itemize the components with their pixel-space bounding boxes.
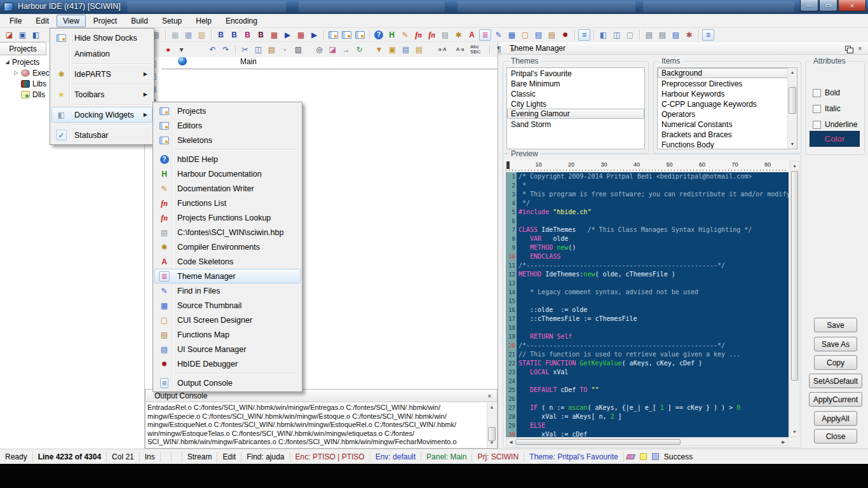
view-menu-item-docking-widgets[interactable]: ◧Docking Widgets▶ [51, 107, 153, 123]
build-all-icon[interactable]: ▦ [295, 29, 307, 41]
functions-list-icon[interactable]: fn [412, 29, 424, 41]
theme-manager-titlebar[interactable]: Theme Manager × [498, 42, 868, 55]
block-icon[interactable]: ▨ [292, 44, 304, 55]
close-button[interactable]: × [838, 0, 866, 11]
submenu-item-ui-source-manager[interactable]: ▤UI Source Manager [154, 342, 301, 356]
functions-lookup-icon[interactable]: fn [426, 29, 438, 41]
tree-expander-icon[interactable]: ▷ [11, 70, 21, 76]
close-button[interactable]: Close [814, 429, 857, 444]
theme-item[interactable]: City Lights [507, 98, 644, 109]
eraser-icon[interactable] [625, 454, 635, 459]
submenu-item-hbide-help[interactable]: ?hbIDE Help [154, 152, 301, 166]
build-launch-icon[interactable]: B [228, 29, 240, 41]
record-caret-icon[interactable]: ▾ [175, 44, 187, 55]
menu-view[interactable]: View [57, 15, 86, 27]
ui-source-icon[interactable]: ▤ [532, 29, 545, 41]
menu-setup[interactable]: Setup [156, 15, 188, 27]
doc-writer-icon[interactable]: ✎ [399, 29, 411, 41]
projects-dock-tab[interactable]: Projects [0, 42, 46, 55]
redo-icon[interactable]: ↷ [220, 44, 232, 55]
scroll-up-arrow[interactable]: ▲ [788, 68, 797, 77]
grid-icon-2[interactable]: ▦ [182, 29, 194, 41]
doc-icon-3[interactable]: ▤ [670, 29, 682, 41]
overflow-icon[interactable]: » [506, 44, 519, 55]
grid-icon-1[interactable]: ▦ [169, 29, 181, 41]
dock-editors-icon[interactable] [341, 29, 353, 41]
save-icon[interactable]: ▣ [17, 29, 29, 41]
scroll-up-arrow[interactable]: ▲ [790, 161, 799, 170]
output-console-icon[interactable]: ≡ [578, 29, 590, 41]
setasdefault-button[interactable]: SetAsDefault [809, 374, 862, 388]
theme-item[interactable]: Pritpal's Favourite [507, 68, 644, 78]
view-menu-item-animation[interactable]: Animation [51, 46, 153, 62]
submenu-item-functions-list[interactable]: fnFunctions List [154, 196, 301, 210]
menu-encoding[interactable]: Encoding [219, 15, 264, 27]
settings-icon[interactable]: ✱ [683, 29, 695, 41]
scroll-down-arrow[interactable]: ▼ [487, 438, 496, 447]
applyall-button[interactable]: ApplyAll [814, 411, 857, 426]
scroll-left-arrow[interactable]: ◀ [506, 438, 515, 445]
panel-icon[interactable]: ≡ [702, 29, 714, 41]
submenu-item-projects-functions-lookup[interactable]: fnProjects Functions Lookup [154, 210, 301, 225]
font-smaller-icon[interactable]: a·A [434, 44, 451, 55]
submenu-item-project-path[interactable]: ▤C:\fontes\SCI_WIN\sciwin.hbp [154, 225, 301, 240]
maximize-button[interactable]: ▭ [819, 0, 837, 11]
mark-icon[interactable]: ◪ [327, 44, 339, 55]
syntax-item[interactable]: Operators [658, 109, 797, 119]
menu-build[interactable]: Build [125, 15, 154, 27]
filter-icon[interactable]: ▼ [373, 44, 385, 55]
items-list[interactable]: ▲ ▼ BackgroundPreprocessor DirectivesHar… [657, 67, 797, 149]
debugger-icon[interactable]: ✹ [559, 29, 571, 41]
items-scrollbar[interactable]: ▲ ▼ [787, 68, 797, 149]
theme-item[interactable]: Evening Glamour [507, 109, 644, 119]
cut-icon[interactable]: ✂ [239, 44, 251, 55]
theme-manager-float-button[interactable] [843, 44, 853, 53]
doc-icon-1[interactable]: ▤ [643, 29, 655, 41]
reload-icon[interactable]: ↻ [353, 44, 365, 55]
preview-horizontal-scrollbar[interactable]: ◀ ▶ [506, 438, 789, 446]
source-thumbnail-icon[interactable]: ▦ [506, 29, 518, 41]
submenu-item-output-console[interactable]: ≡Output Console [154, 376, 301, 390]
copy-button[interactable]: Copy [814, 355, 857, 370]
submenu-item-source-thumbnail[interactable]: ▦Source Thumbnail [154, 298, 301, 313]
theme-item[interactable]: Bare Minimum [507, 78, 644, 88]
syntax-item[interactable]: C-CPP Language Keywords [658, 98, 797, 109]
launch-icon[interactable]: ▶ [308, 29, 320, 41]
paste-icon[interactable]: ▤ [266, 44, 278, 55]
find-in-files-icon[interactable]: ✎ [492, 29, 505, 41]
menu-file[interactable]: File [3, 15, 28, 27]
applycurrent-button[interactable]: ApplyCurrent [809, 392, 862, 407]
harbour-doc-icon[interactable]: H [386, 29, 398, 41]
help-icon[interactable]: ? [374, 30, 383, 39]
theme-preview-code[interactable]: 1/* Copyright 2009-2014 Pritpal Bedi <be… [506, 172, 789, 437]
scroll-down-arrow[interactable]: ▼ [788, 140, 797, 149]
submenu-item-functions-map[interactable]: ▤Functions Map [154, 327, 301, 342]
tree-expander-icon[interactable]: ◢ [3, 59, 12, 65]
blue-note-icon[interactable] [652, 453, 659, 460]
syntax-item[interactable]: Brackets and Braces [658, 129, 797, 139]
line-dup-icon[interactable]: ▤ [400, 44, 412, 55]
syntax-item[interactable]: Background [658, 68, 797, 78]
stamp-icon[interactable]: ▣ [386, 44, 398, 55]
submenu-item-documentation-writer[interactable]: ✎Documentation Writer [154, 181, 301, 196]
find-icon[interactable]: ◎ [313, 44, 325, 55]
color-button[interactable]: Color [810, 131, 860, 147]
cascade-view-icon[interactable]: ◫ [611, 29, 623, 41]
submenu-item-skeletons[interactable]: Skeletons [154, 133, 301, 147]
scroll-thumb[interactable] [791, 171, 798, 381]
bold-checkbox[interactable] [813, 89, 821, 97]
case-convert-icon[interactable]: Abc SBC [470, 44, 486, 55]
scroll-up-arrow[interactable]: ▲ [487, 403, 496, 412]
output-console-scrollbar[interactable]: ▲ ▼ [487, 403, 496, 447]
save-as-button[interactable]: Save As [814, 337, 857, 351]
yellow-note-icon[interactable] [640, 453, 647, 460]
scroll-down-arrow[interactable]: ▼ [790, 428, 799, 437]
theme-item[interactable]: Sand Storm [507, 119, 644, 129]
compiler-env-icon[interactable]: ✱ [452, 29, 465, 41]
minimize-button[interactable]: ─ [800, 0, 818, 11]
submenu-item-hbide-debugger[interactable]: ✹HbIDE Debugger [154, 356, 301, 371]
view-menu-item-toolbars[interactable]: ★Toolbars▶ [51, 86, 153, 102]
theme-manager-icon[interactable]: ≣ [479, 29, 491, 41]
menu-edit[interactable]: Edit [29, 15, 55, 27]
dock-projects-icon[interactable] [327, 29, 339, 41]
